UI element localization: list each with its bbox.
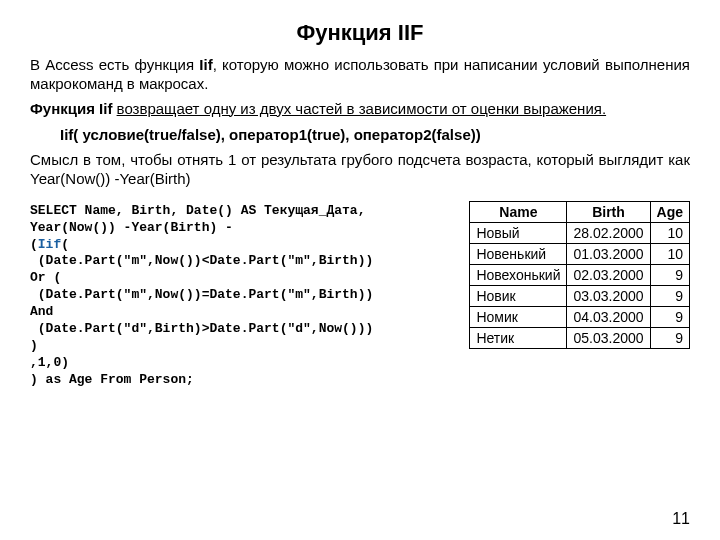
- cell-age: 10: [650, 222, 689, 243]
- cell-birth: 04.03.2000: [567, 306, 650, 327]
- cell-name: Новехонький: [470, 264, 567, 285]
- cell-birth: 02.03.2000: [567, 264, 650, 285]
- code-l8: (Date.Part("d",Birth)>Date.Part("d",Now(…: [30, 321, 373, 336]
- paragraph-2: Функция Iif возвращает одну из двух част…: [30, 100, 690, 119]
- para1-text-a: В Access есть функция: [30, 56, 199, 73]
- cell-name: Новик: [470, 285, 567, 306]
- code-l7: And: [30, 304, 53, 319]
- table-header-row: Name Birth Age: [470, 201, 690, 222]
- th-name: Name: [470, 201, 567, 222]
- cell-age: 9: [650, 264, 689, 285]
- cell-age: 9: [650, 285, 689, 306]
- paragraph-1: В Access есть функция Iif, которую можно…: [30, 56, 690, 94]
- cell-name: Новый: [470, 222, 567, 243]
- code-l11: ) as Age From Person;: [30, 372, 194, 387]
- cell-age: 9: [650, 327, 689, 348]
- th-age: Age: [650, 201, 689, 222]
- cell-name: Новенький: [470, 243, 567, 264]
- para2-underline: возвращает одну из двух частей в зависим…: [117, 100, 607, 117]
- code-l10: ,1,0): [30, 355, 69, 370]
- code-l9: ): [30, 338, 38, 353]
- cell-age: 10: [650, 243, 689, 264]
- table-row: Новый 28.02.2000 10: [470, 222, 690, 243]
- code-l1: SELECT Name, Birth, Date() AS Текущая_Да…: [30, 203, 365, 218]
- paragraph-3: Смысл в том, чтобы отнять 1 от результат…: [30, 151, 690, 189]
- syntax-line: Iif( условие(true/false), оператор1(true…: [60, 126, 690, 143]
- cell-birth: 01.03.2000: [567, 243, 650, 264]
- code-l3a: (: [30, 237, 38, 252]
- table-row: Номик 04.03.2000 9: [470, 306, 690, 327]
- cell-birth: 03.03.2000: [567, 285, 650, 306]
- code-l4: (Date.Part("m",Now())<Date.Part("m",Birt…: [30, 253, 373, 268]
- code-block: SELECT Name, Birth, Date() AS Текущая_Да…: [30, 203, 459, 389]
- page-title: Функция IIF: [30, 20, 690, 46]
- table-row: Новехонький 02.03.2000 9: [470, 264, 690, 285]
- table-row: Новик 03.03.2000 9: [470, 285, 690, 306]
- table-row: Новенький 01.03.2000 10: [470, 243, 690, 264]
- page-number: 11: [672, 510, 690, 528]
- cell-birth: 28.02.2000: [567, 222, 650, 243]
- code-l3c: (: [61, 237, 69, 252]
- code-l5: Or (: [30, 270, 61, 285]
- code-l6: (Date.Part("m",Now())=Date.Part("m",Birt…: [30, 287, 373, 302]
- para2-bold: Функция Iif: [30, 100, 117, 117]
- cell-age: 9: [650, 306, 689, 327]
- cell-birth: 05.03.2000: [567, 327, 650, 348]
- th-birth: Birth: [567, 201, 650, 222]
- result-table: Name Birth Age Новый 28.02.2000 10 Новен…: [469, 201, 690, 349]
- cell-name: Номик: [470, 306, 567, 327]
- cell-name: Нетик: [470, 327, 567, 348]
- para1-iif: Iif: [199, 56, 212, 73]
- table-row: Нетик 05.03.2000 9: [470, 327, 690, 348]
- code-iif-kw: Iif: [38, 237, 61, 252]
- code-l2: Year(Now()) -Year(Birth) -: [30, 220, 233, 235]
